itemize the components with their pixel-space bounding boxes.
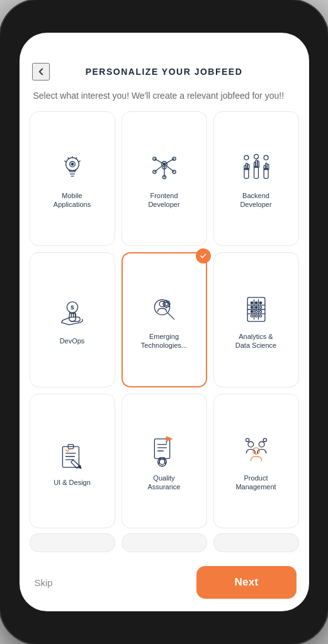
emerging-technologies-icon — [147, 292, 182, 327]
svg-line-11 — [79, 160, 80, 161]
svg-line-55 — [168, 301, 169, 302]
svg-point-67 — [251, 315, 252, 317]
svg-rect-75 — [62, 447, 79, 467]
svg-point-91 — [248, 441, 254, 447]
page-title: PERSONALIZE YOUR JOBFEED — [50, 67, 279, 77]
footer: Skip Next — [20, 557, 309, 611]
svg-point-38 — [264, 155, 268, 160]
analytics-icon — [239, 292, 274, 327]
quality-assurance-icon — [147, 433, 182, 469]
svg-point-93 — [252, 448, 259, 454]
svg-point-62 — [255, 306, 257, 308]
screen-content: PERSONALIZE YOUR JOBFEED Select what int… — [20, 33, 309, 611]
svg-line-10 — [76, 157, 76, 158]
svg-line-8 — [68, 157, 69, 158]
svg-point-59 — [255, 302, 257, 304]
partial-item-3 — [213, 533, 299, 552]
svg-point-37 — [254, 154, 258, 158]
svg-point-58 — [251, 302, 252, 304]
svg-point-94 — [246, 438, 249, 441]
svg-point-95 — [263, 438, 266, 441]
svg-point-92 — [259, 441, 264, 447]
mobile-applications-icon — [55, 151, 90, 186]
svg-line-54 — [168, 306, 169, 307]
svg-point-61 — [251, 306, 252, 308]
svg-text:$: $ — [71, 304, 74, 311]
product-management-icon — [239, 433, 274, 469]
svg-line-53 — [164, 301, 164, 302]
svg-point-65 — [255, 311, 257, 313]
skip-button[interactable]: Skip — [32, 572, 55, 593]
svg-point-63 — [259, 306, 261, 308]
category-item-mobile-applications[interactable]: MobileApplications — [30, 111, 115, 246]
svg-rect-81 — [154, 439, 169, 458]
partial-item-2 — [122, 533, 207, 552]
selected-check-emerging — [196, 248, 211, 264]
svg-point-68 — [255, 315, 257, 317]
svg-marker-86 — [166, 436, 172, 441]
svg-point-36 — [244, 155, 248, 160]
next-button[interactable]: Next — [196, 566, 296, 599]
backend-developer-icon — [239, 151, 274, 186]
svg-point-64 — [251, 311, 252, 313]
svg-rect-28 — [254, 166, 258, 178]
emerging-technologies-label: EmergingTechnologies... — [141, 332, 187, 350]
svg-line-45 — [167, 313, 174, 319]
mobile-applications-label: MobileApplications — [54, 191, 91, 209]
quality-assurance-label: QualityAssurance — [148, 474, 181, 492]
ui-design-icon — [55, 438, 90, 473]
svg-point-48 — [164, 303, 167, 306]
svg-point-2 — [71, 163, 73, 165]
frontend-developer-icon — [147, 151, 182, 186]
devops-icon: $ — [55, 296, 90, 331]
phone-screen: PERSONALIZE YOUR JOBFEED Select what int… — [20, 33, 309, 611]
devops-label: DevOps — [60, 336, 85, 345]
analytics-label: Analytics &Data Science — [235, 332, 276, 350]
header: PERSONALIZE YOUR JOBFEED — [20, 57, 309, 84]
category-grid: MobileApplications — [20, 111, 309, 528]
category-item-emerging-technologies[interactable]: EmergingTechnologies... — [122, 252, 207, 388]
svg-point-88 — [159, 459, 165, 465]
category-item-quality-assurance[interactable]: QualityAssurance — [122, 394, 207, 528]
category-item-backend-developer[interactable]: BackendDeveloper — [213, 111, 299, 246]
svg-point-66 — [259, 311, 261, 313]
subtitle-text: Select what interest you! We'll create a… — [20, 84, 309, 111]
product-management-label: ProductManagement — [235, 474, 276, 492]
back-button[interactable] — [32, 63, 50, 80]
svg-point-69 — [259, 315, 261, 317]
partial-item-1 — [30, 533, 115, 552]
phone-frame: PERSONALIZE YOUR JOBFEED Select what int… — [0, 0, 328, 644]
svg-line-9 — [64, 160, 65, 161]
backend-developer-label: BackendDeveloper — [240, 191, 271, 209]
svg-line-56 — [164, 306, 164, 307]
category-item-frontend-developer[interactable]: FrontendDeveloper — [122, 111, 207, 246]
partial-row — [20, 528, 309, 557]
ui-design-label: UI & Design — [54, 478, 91, 487]
category-item-product-management[interactable]: ProductManagement — [213, 394, 299, 528]
svg-point-60 — [259, 302, 261, 304]
category-item-devops[interactable]: $ DevOps — [30, 252, 115, 388]
phone-notch — [120, 0, 208, 18]
category-item-ui-design[interactable]: UI & Design — [30, 394, 115, 528]
category-item-analytics[interactable]: Analytics &Data Science — [213, 252, 299, 388]
frontend-developer-label: FrontendDeveloper — [148, 191, 179, 209]
